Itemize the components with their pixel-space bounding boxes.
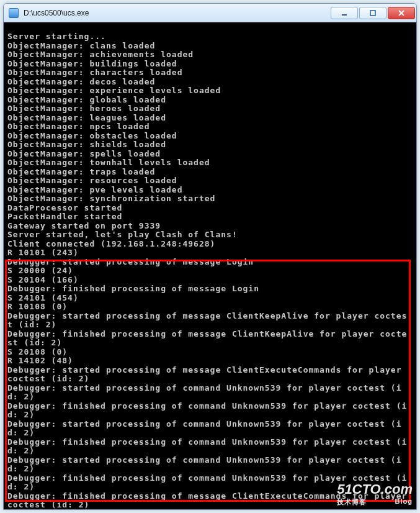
close-icon [398,9,405,17]
svg-rect-1 [370,11,375,16]
maximize-button[interactable] [359,7,386,19]
minimize-icon [341,9,348,17]
close-button[interactable] [388,7,415,19]
maximize-icon [369,9,377,17]
annotation-arrow [3,510,420,513]
minimize-button[interactable] [331,7,358,19]
window-controls [331,7,415,19]
console-output: Server starting... ObjectManager: clans … [4,22,416,509]
titlebar[interactable]: D:\ucs0500\ucs.exe [4,4,416,22]
app-window: D:\ucs0500\ucs.exe Server starting... Ob… [3,3,417,510]
window-title: D:\ucs0500\ucs.exe [24,9,331,17]
app-icon [9,8,19,18]
